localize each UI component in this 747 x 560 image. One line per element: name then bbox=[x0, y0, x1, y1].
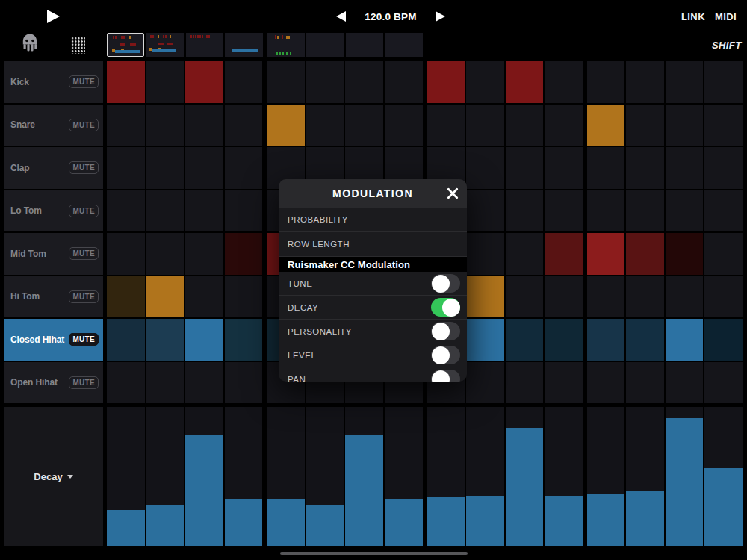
midi-button[interactable]: MIDI bbox=[715, 11, 737, 22]
step-cell[interactable] bbox=[626, 61, 664, 103]
step-cell[interactable] bbox=[146, 190, 185, 232]
pattern-slot[interactable] bbox=[186, 33, 223, 57]
step-cell[interactable] bbox=[704, 319, 743, 361]
step-cell[interactable] bbox=[146, 319, 185, 361]
step-cell[interactable] bbox=[587, 319, 625, 361]
step-cell[interactable] bbox=[506, 190, 544, 232]
bpm-up-icon[interactable] bbox=[436, 11, 445, 22]
step-cell[interactable] bbox=[545, 105, 583, 146]
step-cell[interactable] bbox=[704, 105, 743, 146]
step-cell[interactable] bbox=[626, 362, 664, 404]
mod-bar-column[interactable] bbox=[506, 407, 544, 546]
modal-item-selected[interactable]: Ruismaker CC Modulation bbox=[279, 257, 467, 272]
mute-button[interactable]: MUTE bbox=[69, 161, 99, 174]
mute-button[interactable]: MUTE bbox=[69, 205, 99, 217]
pattern-slot[interactable] bbox=[306, 33, 344, 57]
step-cell[interactable] bbox=[666, 147, 704, 189]
step-cell[interactable] bbox=[185, 61, 223, 103]
mod-bar-column[interactable] bbox=[146, 407, 185, 546]
mute-button[interactable]: MUTE bbox=[69, 247, 99, 260]
track-row-closed-hihat[interactable]: Closed HihatMUTE bbox=[4, 319, 103, 361]
step-cell[interactable] bbox=[185, 147, 223, 189]
track-row-kick[interactable]: KickMUTE bbox=[4, 61, 103, 103]
mod-bar-column[interactable] bbox=[626, 407, 664, 546]
track-row-clap[interactable]: ClapMUTE bbox=[4, 147, 103, 189]
pattern-slot[interactable] bbox=[107, 33, 144, 57]
pattern-slot[interactable] bbox=[267, 33, 305, 57]
mute-button[interactable]: MUTE bbox=[69, 376, 99, 389]
step-cell[interactable] bbox=[666, 105, 704, 146]
step-cell[interactable] bbox=[267, 105, 305, 146]
step-cell[interactable] bbox=[704, 61, 743, 103]
step-cell[interactable] bbox=[225, 362, 263, 404]
step-cell[interactable] bbox=[185, 190, 223, 232]
step-cell[interactable] bbox=[587, 61, 625, 103]
step-cell[interactable] bbox=[506, 276, 544, 318]
step-cell[interactable] bbox=[506, 105, 544, 146]
step-cell[interactable] bbox=[587, 276, 625, 318]
step-cell[interactable] bbox=[506, 319, 544, 361]
track-row-hi-tom[interactable]: Hi TomMUTE bbox=[4, 276, 103, 318]
step-cell[interactable] bbox=[427, 61, 465, 103]
bpm-value[interactable]: 120.0 BPM bbox=[365, 11, 416, 22]
toggle-switch[interactable] bbox=[431, 298, 460, 317]
step-cell[interactable] bbox=[626, 147, 664, 189]
step-cell[interactable] bbox=[545, 233, 583, 275]
pattern-slot[interactable] bbox=[385, 33, 423, 57]
mod-bar-column[interactable] bbox=[666, 407, 704, 546]
shift-button[interactable]: SHIFT bbox=[712, 40, 742, 51]
step-cell[interactable] bbox=[545, 319, 583, 361]
step-cell[interactable] bbox=[146, 362, 185, 404]
step-cell[interactable] bbox=[225, 276, 263, 318]
step-cell[interactable] bbox=[704, 276, 743, 318]
step-cell[interactable] bbox=[704, 362, 743, 404]
mod-bar-column[interactable] bbox=[185, 407, 223, 546]
step-cell[interactable] bbox=[666, 276, 704, 318]
step-cell[interactable] bbox=[666, 319, 704, 361]
mod-bar-column[interactable] bbox=[427, 407, 465, 546]
step-cell[interactable] bbox=[466, 276, 504, 318]
track-row-snare[interactable]: SnareMUTE bbox=[4, 105, 103, 146]
step-cell[interactable] bbox=[107, 147, 145, 189]
mute-button[interactable]: MUTE bbox=[69, 119, 99, 131]
mute-button[interactable]: MUTE bbox=[69, 333, 99, 346]
step-cell[interactable] bbox=[466, 105, 504, 146]
step-cell[interactable] bbox=[466, 233, 504, 275]
link-button[interactable]: LINK bbox=[681, 11, 705, 22]
step-cell[interactable] bbox=[185, 362, 223, 404]
mute-button[interactable]: MUTE bbox=[69, 290, 99, 303]
step-cell[interactable] bbox=[107, 362, 145, 404]
step-cell[interactable] bbox=[626, 105, 664, 146]
mod-bar-column[interactable] bbox=[306, 407, 344, 546]
mod-bar-column[interactable] bbox=[267, 407, 305, 546]
toggle-switch[interactable] bbox=[431, 370, 460, 382]
step-cell[interactable] bbox=[306, 61, 344, 103]
step-cell[interactable] bbox=[107, 319, 145, 361]
step-cell[interactable] bbox=[345, 105, 383, 146]
step-cell[interactable] bbox=[146, 61, 185, 103]
step-cell[interactable] bbox=[466, 61, 504, 103]
mod-bar-column[interactable] bbox=[587, 407, 625, 546]
step-cell[interactable] bbox=[587, 362, 625, 404]
octopus-logo-icon[interactable] bbox=[20, 33, 40, 58]
modal-item[interactable]: PROBABILITY bbox=[279, 208, 467, 232]
step-cell[interactable] bbox=[626, 319, 664, 361]
step-cell[interactable] bbox=[146, 276, 185, 318]
step-cell[interactable] bbox=[466, 362, 504, 404]
step-cell[interactable] bbox=[185, 276, 223, 318]
step-cell[interactable] bbox=[704, 233, 743, 275]
step-cell[interactable] bbox=[466, 190, 504, 232]
track-row-open-hihat[interactable]: Open HihatMUTE bbox=[4, 362, 103, 404]
step-cell[interactable] bbox=[345, 61, 383, 103]
grid-view-icon[interactable] bbox=[71, 37, 85, 54]
step-cell[interactable] bbox=[146, 105, 185, 146]
step-cell[interactable] bbox=[626, 190, 664, 232]
step-cell[interactable] bbox=[466, 319, 504, 361]
mod-bar-column[interactable] bbox=[345, 407, 383, 546]
step-cell[interactable] bbox=[666, 190, 704, 232]
pattern-slot[interactable] bbox=[146, 33, 184, 57]
close-icon[interactable] bbox=[447, 187, 459, 199]
step-cell[interactable] bbox=[385, 105, 423, 146]
mod-bar-column[interactable] bbox=[107, 407, 145, 546]
step-cell[interactable] bbox=[185, 319, 223, 361]
